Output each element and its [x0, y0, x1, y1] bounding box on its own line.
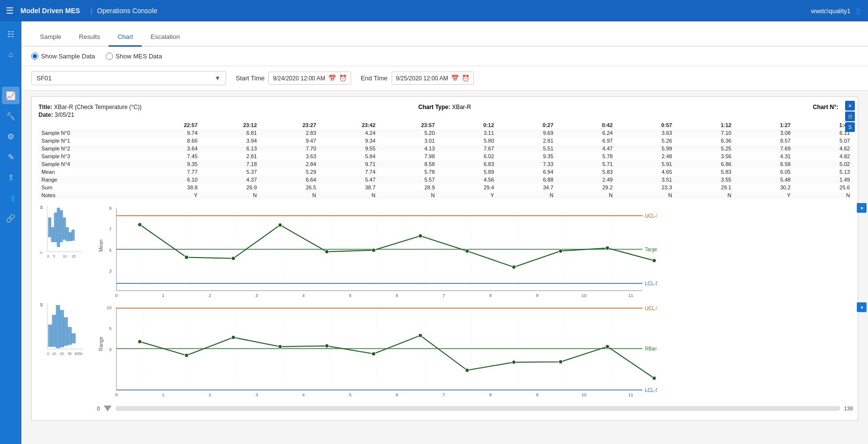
row-cell: N: [497, 191, 556, 199]
row-cell: 5.99: [616, 145, 675, 152]
end-time-value: 9/25/2020 12:00 AM: [396, 75, 448, 82]
tab-escalation[interactable]: Escalation: [142, 28, 189, 47]
charts-row: S: [38, 203, 853, 413]
row-cell: 7.77: [141, 168, 201, 176]
row-cell: 7.69: [734, 145, 793, 152]
mean-chart-zoom-button[interactable]: ▾: [857, 203, 867, 213]
svg-point-63: [278, 223, 282, 227]
sf-value: SF01: [37, 74, 52, 82]
scroll-track[interactable]: [115, 406, 840, 411]
end-calendar-icon[interactable]: 📅: [451, 74, 459, 82]
chart-type-info: Chart Type: XBar-R: [418, 104, 471, 111]
data-table: 22:5723:1223:2723:4223:570:120:270:420:5…: [38, 121, 853, 199]
sidebar-icon-chart[interactable]: 📈: [2, 87, 19, 104]
row-label: Sample N°2: [38, 145, 141, 152]
sidebar-icon-grid[interactable]: ☷: [2, 25, 19, 43]
row-cell: N: [378, 191, 438, 199]
sidebar: ☷ ⌂ 👤 📈 🔧 ⚙ ✎ ⇧ 👥 🔗: [0, 21, 21, 444]
tab-chart[interactable]: Chart: [109, 28, 142, 47]
row-cell: 5.37: [201, 168, 260, 176]
svg-text:Range: Range: [98, 336, 104, 351]
svg-point-100: [278, 345, 282, 349]
svg-text:RBar=4.94: RBar=4.94: [645, 346, 657, 352]
row-cell: 7.98: [378, 152, 438, 160]
tab-results[interactable]: Results: [70, 28, 109, 47]
svg-point-62: [231, 257, 235, 260]
table-row: Range6.104.376.645.475.574.566.882.493.5…: [38, 176, 853, 184]
sidebar-icon-upload[interactable]: ⇧: [2, 168, 19, 186]
sidebar-icon-puzzle[interactable]: ⚙: [2, 128, 19, 145]
svg-text:4: 4: [302, 392, 304, 397]
info-chart-button[interactable]: ☷: [845, 111, 855, 121]
svg-rect-8: [69, 232, 72, 241]
svg-rect-6: [63, 218, 66, 240]
svg-text:3: 3: [255, 392, 258, 397]
tab-sample[interactable]: Sample: [31, 28, 70, 47]
table-row: Mean7.775.375.297.745.785.896.945.834.65…: [38, 168, 853, 176]
row-cell: Y: [438, 191, 497, 199]
svg-text:5: 5: [349, 293, 351, 298]
sidebar-icon-user[interactable]: 👤: [2, 66, 19, 84]
show-sample-data-label[interactable]: Show Sample Data: [31, 53, 95, 60]
row-cell: 6.58: [734, 160, 793, 168]
svg-point-66: [418, 234, 422, 238]
data-chart-button[interactable]: S: [845, 122, 855, 132]
clock-icon[interactable]: ⏰: [339, 74, 347, 82]
end-clock-icon[interactable]: ⏰: [462, 74, 470, 82]
start-time-input[interactable]: 9/24/2020 12:00 AM 📅 ⏰: [268, 72, 351, 85]
svg-text:S: S: [40, 205, 43, 210]
svg-text:9: 9: [536, 293, 538, 298]
row-cell: 7.18: [201, 160, 260, 168]
row-cell: 9.71: [319, 160, 378, 168]
row-cell: 8.66: [141, 137, 201, 145]
range-chart-zoom-button[interactable]: ▾: [857, 302, 867, 312]
sidebar-icon-tools[interactable]: 🔧: [2, 107, 19, 125]
row-cell: 30.2: [734, 184, 793, 191]
table-row: Sample N°18.663.949.479.343.015.802.816.…: [38, 137, 853, 145]
row-cell: 38.7: [319, 184, 378, 191]
svg-text:2: 2: [208, 392, 211, 397]
menu-icon[interactable]: ☰: [6, 5, 14, 16]
row-cell: 9.74: [141, 129, 201, 137]
row-cell: 29.2: [556, 184, 616, 191]
sidebar-icon-link[interactable]: 🔗: [2, 209, 19, 227]
range-chart-buttons: ▾: [857, 302, 867, 312]
end-time-input[interactable]: 9/25/2020 12:00 AM 📅 ⏰: [392, 72, 474, 85]
svg-text:6: 6: [396, 392, 398, 397]
sidebar-icon-home[interactable]: ⌂: [2, 46, 19, 63]
sf-dropdown[interactable]: SF01 ▼: [31, 71, 226, 85]
svg-text:7: 7: [442, 293, 445, 298]
show-sample-data-radio[interactable]: [31, 53, 38, 60]
histogram-col: S: [38, 203, 97, 413]
row-cell: 6.81: [201, 129, 260, 137]
show-mes-data-radio[interactable]: [106, 53, 113, 60]
scroll-left-arrow[interactable]: [104, 406, 112, 411]
sidebar-icon-settings[interactable]: ✎: [2, 148, 19, 166]
svg-point-68: [512, 265, 516, 269]
mean-chart-svg: UCL-S3=8.63 Target=5.77 LCL-S3=2.92 9 7 …: [97, 203, 657, 300]
row-cell: 7.33: [497, 160, 556, 168]
table-row: Sample N°23.646.137.709.554.137.675.514.…: [38, 145, 853, 152]
row-cell: 5.57: [378, 176, 438, 184]
sidebar-icon-users[interactable]: 👥: [2, 189, 19, 206]
svg-point-61: [185, 256, 189, 259]
row-cell: 4.65: [616, 168, 675, 176]
row-cell: 2.49: [556, 176, 616, 184]
calendar-icon[interactable]: 📅: [328, 74, 336, 82]
svg-rect-20: [56, 305, 60, 348]
svg-text:UCL-S3=8.63: UCL-S3=8.63: [645, 213, 657, 219]
range-hist-svg: S 0 10: [38, 300, 92, 398]
svg-point-60: [138, 222, 142, 226]
svg-point-98: [185, 353, 189, 357]
row-cell: 9.55: [319, 145, 378, 152]
svg-text:S: S: [40, 302, 43, 307]
close-chart-button[interactable]: ✕: [845, 101, 855, 111]
row-cell: 6.10: [141, 176, 201, 184]
show-mes-data-label[interactable]: Show MES Data: [106, 53, 162, 60]
row-cell: 9.69: [497, 129, 556, 137]
svg-text:11: 11: [628, 293, 633, 298]
row-cell: 4.82: [793, 152, 853, 160]
row-cell: 6.94: [497, 168, 556, 176]
svg-point-97: [138, 340, 142, 344]
row-cell: 5.25: [675, 145, 735, 152]
